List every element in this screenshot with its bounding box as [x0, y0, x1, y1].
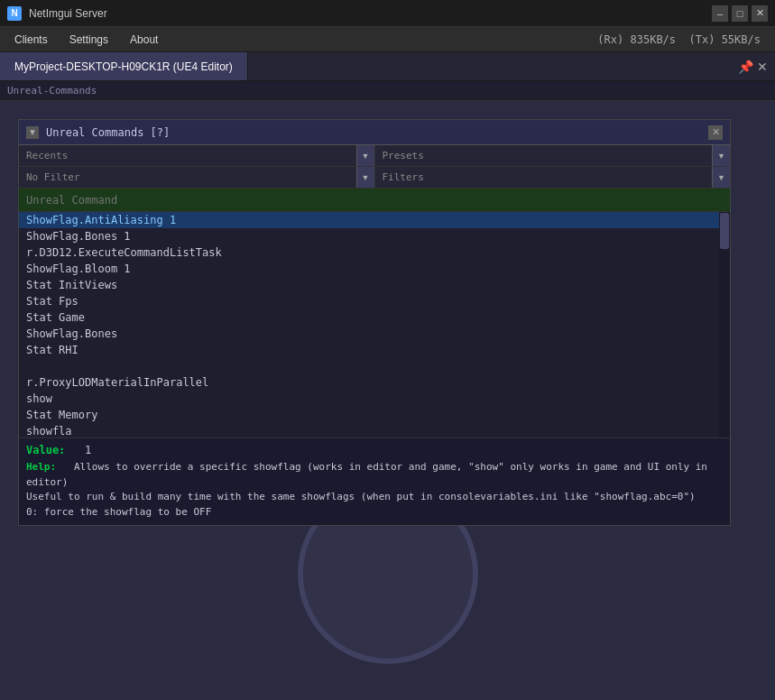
minimize-button[interactable]: –	[712, 5, 728, 22]
list-item[interactable]: ShowFlag.Bloom 1	[19, 261, 730, 277]
info-area: Value: 1 Help: Allows to override a spec…	[19, 438, 730, 525]
app-icon: N	[7, 6, 22, 21]
tab-controls: 📌 ✕	[738, 52, 775, 80]
value-data: 1	[85, 444, 91, 456]
app-title: NetImgui Server	[29, 7, 705, 20]
list-container: ShowFlag.AntiAliasing 1ShowFlag.Bones 1r…	[19, 212, 730, 438]
title-bar: N NetImgui Server – □ ✕	[0, 0, 775, 27]
list-item[interactable]: r.D3D12.ExecuteCommandListTask	[19, 244, 730, 261]
nofilter-dropdown[interactable]: No Filter	[19, 167, 356, 188]
list-item[interactable]: ShowFlag.Bones 1	[19, 228, 730, 244]
list-item[interactable]: Stat Game	[19, 309, 730, 326]
recents-dropdown-btn[interactable]: ▼	[356, 145, 374, 166]
list-item[interactable]: show	[19, 391, 730, 407]
panel-header: ▼ Unreal Commands [?] ✕	[19, 120, 730, 145]
value-row: Value: 1	[26, 444, 723, 456]
tx-stat: (Tx) 55KB/s	[689, 33, 761, 46]
maximize-button[interactable]: □	[732, 5, 748, 22]
recents-dropdown[interactable]: Recents	[19, 145, 356, 166]
help-row: Help: Allows to override a specific show…	[26, 460, 723, 520]
recents-presets-row: Recents ▼ Presets ▼	[19, 145, 730, 167]
window-controls: – □ ✕	[712, 5, 768, 22]
list-item[interactable]	[19, 358, 730, 374]
rx-stat: (Rx) 835KB/s	[597, 33, 676, 46]
help-text: Allows to override a specific showflag (…	[26, 461, 714, 518]
presets-dropdown[interactable]: Presets	[375, 145, 713, 166]
menu-bar: Clients Settings About (Rx) 835KB/s (Tx)…	[0, 27, 775, 52]
command-input-row[interactable]	[19, 189, 730, 212]
command-input[interactable]	[26, 194, 723, 207]
unreal-commands-panel: ▼ Unreal Commands [?] ✕ Recents ▼ Preset…	[18, 119, 731, 526]
list-item[interactable]: ShowFlag.AntiAliasing 1	[19, 212, 730, 228]
list-item[interactable]: Stat Memory	[19, 407, 730, 423]
tab-label: MyProject-DESKTOP-H09CK1R (UE4 Editor)	[14, 60, 233, 73]
panel-close-button[interactable]: ✕	[708, 125, 723, 140]
nofilter-label: No Filter	[26, 171, 80, 183]
menu-settings[interactable]: Settings	[59, 30, 119, 50]
list-item[interactable]: Stat Fps	[19, 293, 730, 309]
presets-label: Presets	[383, 150, 424, 161]
close-tab-icon[interactable]: ✕	[757, 60, 768, 74]
filters-dropdown[interactable]: Filters	[375, 167, 713, 188]
filters-dropdown-btn[interactable]: ▼	[712, 167, 730, 188]
stats-bar: (Rx) 835KB/s (Tx) 55KB/s	[583, 27, 775, 52]
main-content: ▼ Unreal Commands [?] ✕ Recents ▼ Preset…	[0, 101, 775, 700]
panel-title: Unreal Commands [?]	[46, 126, 170, 139]
presets-dropdown-btn[interactable]: ▼	[712, 145, 730, 166]
breadcrumb-text: Unreal-Commands	[7, 85, 97, 97]
tab-active[interactable]: MyProject-DESKTOP-H09CK1R (UE4 Editor)	[0, 52, 248, 80]
close-button[interactable]: ✕	[752, 5, 768, 22]
tab-bar: MyProject-DESKTOP-H09CK1R (UE4 Editor) 📌…	[0, 52, 775, 81]
list-area: ShowFlag.AntiAliasing 1ShowFlag.Bones 1r…	[19, 212, 730, 438]
value-label: Value:	[26, 444, 65, 456]
nofilter-filters-row: No Filter ▼ Filters ▼	[19, 167, 730, 189]
breadcrumb: Unreal-Commands	[0, 81, 775, 101]
collapse-button[interactable]: ▼	[26, 126, 39, 139]
recents-label: Recents	[26, 150, 68, 161]
help-label: Help:	[26, 461, 56, 473]
filters-label: Filters	[383, 171, 424, 183]
scrollbar[interactable]	[719, 212, 730, 438]
list-item[interactable]: r.ProxyLODMaterialInParallel	[19, 374, 730, 391]
list-item[interactable]: Stat RHI	[19, 342, 730, 358]
menu-about[interactable]: About	[119, 30, 169, 50]
pin-icon: 📌	[738, 60, 753, 74]
list-item[interactable]: ShowFlag.Bones	[19, 326, 730, 342]
nofilter-dropdown-btn[interactable]: ▼	[356, 167, 374, 188]
list-item[interactable]: showfla	[19, 423, 730, 438]
list-item[interactable]: Stat InitViews	[19, 277, 730, 293]
menu-clients[interactable]: Clients	[4, 30, 59, 50]
scrollbar-thumb[interactable]	[720, 213, 729, 249]
